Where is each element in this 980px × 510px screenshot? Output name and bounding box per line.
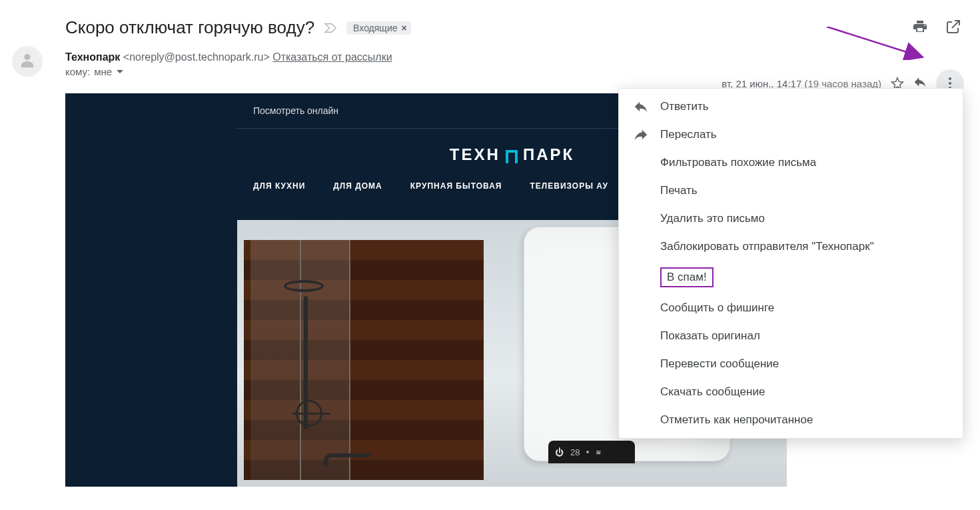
menu-translate[interactable]: . Перевести сообщение (619, 350, 963, 378)
menu-print[interactable]: . Печать (619, 177, 963, 205)
menu-block[interactable]: . Заблокировать отправителя "Технопарк" (619, 233, 963, 261)
sender-line1: Технопарк <noreply@post.technopark.ru> О… (65, 51, 960, 63)
shower-head-icon (284, 280, 324, 292)
menu-delete-label: Удалить это письмо (660, 212, 765, 225)
cat-kitchen[interactable]: ДЛЯ КУХНИ (253, 181, 305, 211)
menu-mark-unread-label: Отметить как непрочитанное (660, 413, 813, 427)
sender-name: Технопарк (65, 51, 120, 63)
cat-home[interactable]: ДЛЯ ДОМА (333, 181, 382, 211)
label-chip-text: Входящие (353, 23, 397, 33)
menu-download[interactable]: . Скачать сообщение (619, 378, 963, 406)
menu-spam-label: В спам! (667, 271, 707, 283)
brand-text-right: ПАРК (523, 145, 574, 164)
reply-icon (634, 99, 648, 114)
subject-text: Скоро отключат горячую воду? (65, 17, 314, 38)
to-prefix: кому: (65, 66, 90, 77)
menu-reply[interactable]: Ответить (619, 93, 963, 121)
menu-phishing[interactable]: . Сообщить о фишинге (619, 294, 963, 322)
wood-wall (244, 240, 484, 480)
menu-filter[interactable]: . Фильтровать похожие письма (619, 149, 963, 177)
message-date-abs: вт, 21 июн., 14:17 (722, 78, 801, 89)
menu-download-label: Скачать сообщение (660, 385, 765, 399)
person-icon (20, 53, 35, 70)
cat-tv[interactable]: ТЕЛЕВИЗОРЫ АУ (530, 181, 608, 211)
menu-forward[interactable]: Переслать (619, 121, 963, 149)
message-date-rel: (19 часов назад) (804, 78, 881, 89)
menu-block-label: Заблокировать отправителя "Технопарк" (660, 240, 874, 253)
menu-original[interactable]: . Показать оригинал (619, 322, 963, 350)
heater-mode-icon: ≋ (596, 449, 601, 456)
menu-forward-label: Переслать (660, 128, 717, 141)
to-value: мне (94, 66, 112, 77)
heater-temp: 28 (570, 447, 580, 457)
important-marker-icon[interactable] (324, 23, 337, 33)
menu-mark-unread[interactable]: . Отметить как непрочитанное (619, 406, 963, 434)
message-actions-menu: Ответить Переслать . Фильтровать похожие… (618, 88, 963, 439)
shower-spout (324, 453, 370, 467)
unsubscribe-link[interactable]: Отказаться от рассылки (272, 51, 392, 63)
heater-power-icon: ⏻ (555, 447, 564, 457)
brand-logo-o-icon (506, 150, 518, 163)
sender-address: <noreply@post.technopark.ru> (123, 51, 270, 63)
forward-icon (634, 127, 648, 142)
brand-text-left: ТЕХН (450, 145, 500, 164)
menu-print-label: Печать (660, 184, 698, 197)
heater-dot (586, 451, 589, 453)
menu-original-label: Показать оригинал (660, 329, 760, 343)
label-chip-remove-icon[interactable]: × (402, 23, 407, 33)
top-right-tools (912, 19, 961, 35)
menu-reply-label: Ответить (660, 100, 709, 113)
shower-valve-icon (296, 400, 322, 427)
open-new-window-icon[interactable] (945, 19, 961, 35)
cat-large[interactable]: КРУПНАЯ БЫТОВАЯ (410, 181, 502, 211)
chevron-down-icon (116, 68, 124, 76)
menu-translate-label: Перевести сообщение (660, 357, 779, 371)
menu-filter-label: Фильтровать похожие письма (660, 156, 816, 169)
inbox-label-chip[interactable]: Входящие × (346, 21, 411, 35)
print-icon[interactable] (912, 19, 928, 35)
glass-partition (250, 240, 350, 480)
heater-display: ⏻ 28 ≋ (548, 441, 635, 463)
menu-phishing-label: Сообщить о фишинге (660, 301, 774, 315)
subject-bar: Скоро отключат горячую воду? Входящие × (0, 0, 980, 45)
message-date: вт, 21 июн., 14:17 (19 часов назад) (722, 78, 881, 89)
menu-spam[interactable]: . В спам! (619, 261, 963, 294)
menu-delete[interactable]: . Удалить это письмо (619, 205, 963, 233)
avatar[interactable] (12, 46, 43, 77)
